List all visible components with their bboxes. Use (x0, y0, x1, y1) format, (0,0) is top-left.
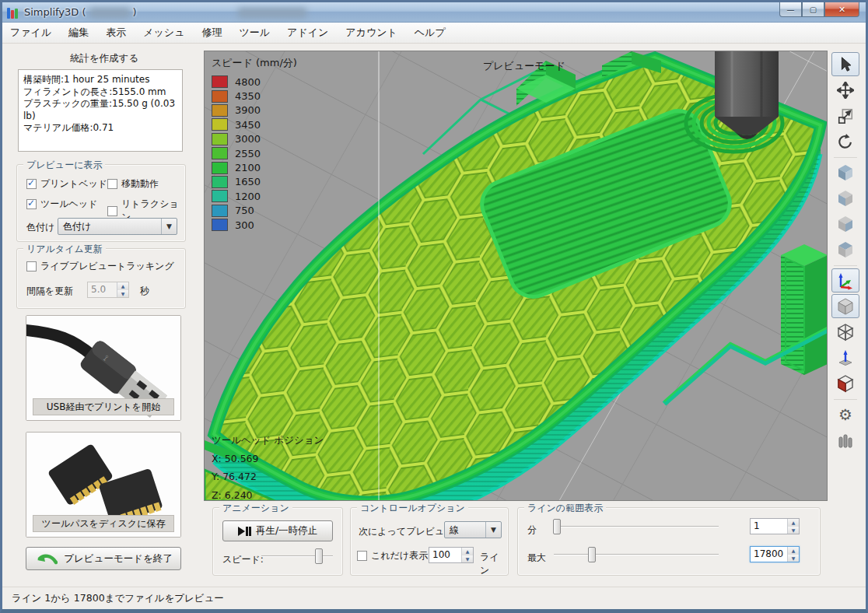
close-button[interactable]: ✕ (824, 2, 859, 17)
stat-material-cost: マテリアル価格:0.71 (23, 122, 177, 135)
legend-swatch (212, 162, 228, 174)
view-cube-top-icon[interactable] (831, 237, 859, 261)
realtime-group: リアルタイム更新 ライブプレビュートラッキング 間隔を更新 5.0 ▲▼ 秒 (16, 248, 186, 309)
toolbar-separator (834, 399, 857, 400)
window-title: Simplify3D () (24, 6, 310, 18)
solid-view-icon[interactable] (831, 294, 859, 318)
rotate-icon[interactable] (831, 129, 859, 153)
menu-file[interactable]: ファイル (10, 26, 51, 40)
coloring-label: 色付け (26, 221, 54, 234)
show-only-checkbox[interactable] (357, 551, 367, 561)
spinner-arrows-icon[interactable]: ▲▼ (787, 547, 799, 562)
legend-swatch (212, 219, 228, 231)
cross-section-icon[interactable] (831, 371, 859, 395)
checkbox-row-live-tracking[interactable]: ライブプレビュートラッキング (26, 260, 174, 273)
speed-legend: スピード (mm/分) 4800 4350 3900 3450 3000 255… (212, 56, 297, 232)
chevron-down-icon: ▼ (485, 522, 496, 538)
toolhead-y: Y: 76.472 (212, 472, 324, 482)
view-cube-iso-icon[interactable] (831, 160, 859, 184)
toolhead-checkbox[interactable] (26, 199, 37, 209)
toolbar-separator (834, 265, 857, 266)
minimize-button[interactable]: — (779, 2, 802, 17)
interval-unit: 秒 (140, 285, 149, 298)
speed-slider-thumb[interactable] (315, 548, 323, 564)
app-logo-icon (7, 6, 19, 19)
surface-normals-icon[interactable] (831, 345, 859, 370)
move-icon[interactable] (831, 78, 859, 102)
wireframe-view-icon[interactable] (831, 320, 859, 344)
checkbox-row-toolhead[interactable]: ツールヘッド (26, 198, 97, 211)
play-pause-button[interactable]: 再生/一時停止 (222, 520, 333, 541)
spinner-arrows-icon[interactable]: ▲▼ (117, 282, 128, 297)
view-cube-front-icon[interactable] (831, 186, 859, 210)
legend-swatch (212, 190, 228, 202)
animation-speed-slider[interactable] (261, 548, 333, 564)
line-range-group: ラインの範囲表示 分 1 ▲▼ 最大 17800 ▲▼ (517, 507, 821, 576)
menu-help[interactable]: ヘルプ (415, 26, 446, 40)
status-text: ライン 1から 17800までファイルをプレビュー (12, 592, 224, 605)
coloring-dropdown[interactable]: 色付け ▼ (58, 218, 177, 235)
printbed-checkbox[interactable] (26, 179, 37, 189)
max-line-spinner[interactable]: 17800 ▲▼ (750, 546, 800, 562)
menu-edit[interactable]: 編集 (68, 26, 89, 40)
supports-icon[interactable] (831, 428, 859, 452)
exit-preview-button[interactable]: プレビューモードを終了 (26, 547, 181, 570)
menu-tools[interactable]: ツール (239, 26, 270, 40)
live-tracking-checkbox[interactable] (26, 261, 37, 271)
legend-swatch (212, 90, 228, 103)
app-window: Simplify3D () — ▢ ✕ ファイル 編集 表示 メッシュ 修理 ツ… (0, 0, 868, 613)
speed-legend-title: スピード (mm/分) (212, 56, 297, 70)
checkbox-row-travel[interactable]: 移動動作 (107, 177, 159, 191)
preview-by-label: 次によってプレビュー (359, 525, 453, 538)
min-line-slider[interactable] (554, 519, 719, 534)
toolhead-z: Z: 6.240 (212, 491, 324, 501)
line-range-title: ラインの範囲表示 (524, 502, 606, 515)
stat-plastic-weight: プラスチックの重量:15.50 g (0.03 lb) (23, 98, 177, 122)
menu-addins[interactable]: アドイン (287, 26, 328, 40)
lines-count-spinner[interactable]: 100 ▲▼ (429, 547, 474, 563)
min-slider-thumb[interactable] (553, 519, 561, 534)
select-cursor-icon[interactable] (831, 52, 859, 76)
preview-by-dropdown[interactable]: 線 ▼ (444, 521, 502, 538)
preview-mode-label: プレビューモード (483, 59, 565, 73)
preview-3d-viewport[interactable]: スピード (mm/分) 4800 4350 3900 3450 3000 255… (204, 51, 828, 501)
interval-spinner[interactable]: 5.0 ▲▼ (87, 282, 129, 298)
preview-display-title: プレビューに表示 (23, 159, 105, 172)
stats-box: 構築時間:1 hour 25 minutes フィラメントの長さ:5155.0 … (18, 69, 183, 152)
max-line-slider[interactable] (554, 547, 719, 562)
status-bar: ライン 1から 17800までファイルをプレビュー (2, 587, 866, 609)
coordinate-axes-icon[interactable] (831, 268, 859, 292)
legend-swatch (212, 75, 228, 88)
retraction-checkbox[interactable] (107, 206, 117, 216)
realtime-title: リアルタイム更新 (23, 243, 106, 256)
menu-mesh[interactable]: メッシュ (143, 26, 184, 40)
sd-button-label: ツールパスをディスクに保存 (33, 515, 174, 532)
max-label: 最大 (527, 552, 546, 565)
view-cube-side-icon[interactable] (831, 212, 859, 236)
max-slider-thumb[interactable] (588, 547, 596, 562)
speed-label: スピード: (222, 553, 264, 566)
travel-moves-checkbox[interactable] (107, 179, 117, 189)
menu-account[interactable]: アカウント (345, 26, 397, 40)
preview-display-group: プレビューに表示 プリントベッド 移動動作 ツールヘッド リトラクション 色付け… (16, 164, 186, 242)
censored-title-text (89, 8, 130, 18)
settings-gear-icon[interactable]: ⚙ (831, 402, 859, 426)
menu-view[interactable]: 表示 (106, 26, 126, 40)
animation-title: アニメーション (219, 502, 292, 515)
green-back-arrow-icon (34, 552, 58, 566)
show-only-row[interactable]: これだけ表示 (357, 549, 428, 562)
spinner-arrows-icon[interactable]: ▲▼ (787, 519, 799, 534)
caption-buttons: — ▢ ✕ (779, 2, 859, 17)
checkbox-row-printbed[interactable]: プリントベッド (26, 177, 107, 191)
menu-repair[interactable]: 修理 (201, 26, 222, 40)
legend-swatch (212, 147, 228, 159)
print-over-usb-button[interactable]: ⟟ USB経由でプリントを開始 (26, 315, 181, 421)
save-toolpaths-button[interactable]: ツールパスをディスクに保存 (26, 432, 181, 538)
maximize-button[interactable]: ▢ (802, 2, 824, 17)
scale-icon[interactable] (831, 103, 859, 128)
chevron-down-icon: ▼ (161, 219, 172, 234)
min-line-spinner[interactable]: 1 ▲▼ (750, 518, 800, 534)
legend-swatch (212, 118, 228, 131)
spinner-arrows-icon[interactable]: ▲▼ (461, 548, 473, 562)
title-bar: Simplify3D () — ▢ ✕ (2, 2, 866, 23)
